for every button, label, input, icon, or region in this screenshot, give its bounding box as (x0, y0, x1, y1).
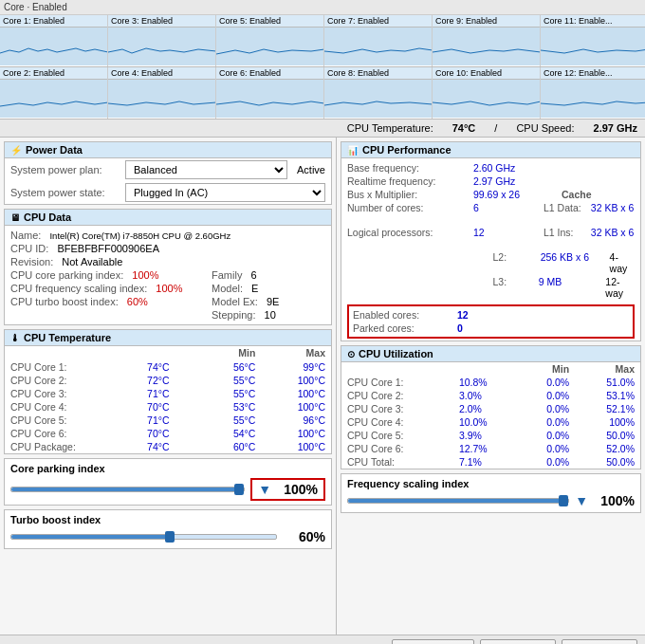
cpu-data-title: 🖥 CPU Data (5, 210, 331, 226)
cpu-id-row: CPU ID: BFEBFBFF000906EA (10, 242, 325, 255)
core8-graph-svg (324, 91, 432, 110)
cpu-util-section: ⊙ CPU Utilization Min Max CPU Core 1:10.… (341, 345, 641, 469)
freq-index-slider-track[interactable] (347, 498, 569, 504)
table-row: CPU Core 6:12.7%0.0%52.0% (341, 442, 640, 455)
table-row: CPU Core 1:74°C56°C99°C (5, 360, 331, 374)
core-parking-slider-thumb[interactable] (234, 484, 244, 495)
table-row: CPU Core 2:3.0%0.0%53.1% (341, 389, 640, 402)
freq-index-arrow-icon: ▼ (575, 493, 588, 508)
core1-top-canvas (0, 28, 107, 65)
core1-top-label: Core 1: Enabled (0, 15, 107, 28)
perf-l3-way: 12-way (605, 276, 635, 299)
table-row: CPU Core 3:2.0%0.0%52.1% (341, 402, 640, 415)
freq-index-slider-row: ▼ 100% (347, 493, 635, 508)
cpu-family-label: Family (212, 269, 242, 281)
core7-graph-svg (324, 39, 432, 58)
perf-l3-value: 9 MB (539, 276, 599, 299)
cpu-name-row: Name: Intel(R) Core(TM) i7-8850H CPU @ 2… (10, 229, 325, 242)
core2-graph-svg (0, 91, 107, 110)
core-graphs-row2: Core 2: Enabled Core 4: Enabled Core 6: … (0, 67, 645, 120)
cpu-icon: 🖥 (10, 212, 20, 223)
turbo-boost-slider-track[interactable] (10, 534, 277, 540)
cpu-family-value: 6 (250, 269, 256, 281)
core8-top-canvas (324, 80, 432, 118)
turbo-boost-section: Turbo boost index 60% (4, 509, 332, 549)
turbo-boost-slider-thumb[interactable] (165, 531, 175, 543)
core2-top-graph: Core 2: Enabled (0, 67, 108, 119)
cpu-model-row: Model: E (212, 282, 325, 295)
main-content: ⚡ Power Data System power plan: Balanced… (0, 138, 645, 635)
cpu-model-ex-value: 9E (267, 296, 279, 307)
temp-header: Min Max (5, 346, 331, 360)
perf-l1data-value: 32 KB x 6 (591, 202, 645, 225)
perf-bus-value: 99.69 x 26 (473, 189, 540, 200)
table-row: CPU Core 5:71°C55°C96°C (5, 414, 331, 427)
perf-l1data-label: L1 Data: (544, 202, 588, 225)
util-max-header: Max (575, 362, 640, 376)
core9-graph-svg (433, 39, 540, 58)
cpu-freq-row: CPU frequency scaling index: 100% (10, 282, 206, 295)
cpu-model-value: E (251, 283, 258, 294)
cpu-temp-value: 74°C (452, 122, 476, 134)
core4-top-canvas (108, 80, 215, 118)
table-row: CPU Package:74°C60°C100°C (5, 440, 331, 453)
cpu-speed-value: 2.97 GHz (594, 122, 637, 134)
perf-cores-l1-row: Number of cores: 6 L1 Data: 32 KB x 6 8-… (347, 201, 635, 226)
core-parking-slider-row: ▼ 100% (10, 478, 325, 501)
core1-top-graph: Core 1: Enabled (0, 15, 108, 66)
perf-l1ins-row: L1 Ins: 32 KB x 6 8-way (544, 226, 645, 250)
cpu-freq-label: CPU frequency scaling index: (10, 283, 147, 294)
core3-top-graph: Core 3: Enabled (108, 15, 216, 66)
core-parking-value-box: ▼ 100% (250, 478, 325, 501)
perf-l2-value: 256 KB x 6 (541, 251, 603, 274)
perf-l1ins-value: 32 KB x 6 (591, 227, 645, 249)
close-button[interactable]: ✕ Close (562, 639, 637, 645)
cpu-id-value: BFEBFBFF000906EA (57, 243, 159, 254)
table-row: CPU Core 4:10.0%0.0%100% (341, 415, 640, 429)
core8-top-graph: Core 8: Enabled (324, 67, 433, 119)
cpu-turbo-row: CPU turbo boost index: 60% (10, 295, 206, 308)
perf-l3-row-outer: L3: 9 MB 12-way (347, 275, 635, 300)
bottom-buttons: ↻ Refresh ✓ Apply ✕ Close (0, 635, 645, 644)
freq-index-slider-fill (348, 499, 568, 503)
perf-l3-row: L3: 9 MB 12-way (493, 275, 636, 300)
power-state-select[interactable]: Plugged In (AC) (125, 183, 325, 202)
refresh-button[interactable]: ↻ Refresh (392, 639, 474, 645)
perf-cores-row: Number of cores: 6 (347, 201, 540, 214)
perf-logical-row: Logical processors: 12 (347, 226, 540, 239)
cpu-model-label: Model: (212, 283, 243, 294)
perf-l2-row-outer: L2: 256 KB x 6 4-way (347, 250, 635, 275)
core12-top-graph: Core 12: Enable... (541, 67, 645, 119)
core-parking-slider-track[interactable] (10, 487, 245, 492)
enabled-cores-row: Enabled cores: 12 (353, 308, 629, 322)
core-parking-slider-fill (11, 488, 244, 491)
core7-top-canvas (324, 28, 432, 65)
cpu-turbo-value: 60% (127, 296, 148, 307)
core6-top-canvas (216, 80, 323, 118)
table-row: CPU Core 5:3.9%0.0%50.0% (341, 429, 640, 442)
cpu-turbo-label: CPU turbo boost index: (10, 296, 119, 307)
cpu-stepping-label: Stepping: (212, 309, 255, 321)
freq-index-title: Frequency scaling index (347, 478, 635, 489)
perf-l1data-row: L1 Data: 32 KB x 6 8-way (544, 201, 645, 226)
power-plan-label: System power plan: (10, 164, 120, 175)
core11-graph-svg (541, 39, 645, 58)
apply-button[interactable]: ✓ Apply (480, 639, 556, 645)
cpu-name-label: Name: (10, 230, 41, 241)
parked-cores-row: Parked cores: 0 (353, 322, 629, 335)
perf-realtime-freq-value: 2.97 GHz (473, 175, 540, 187)
top-bar: Core · Enabled (0, 0, 645, 15)
cpu-revision-row: Revision: Not Available (10, 255, 325, 268)
core5-graph-svg (216, 39, 323, 58)
table-row: CPU Core 3:71°C55°C100°C (5, 387, 331, 400)
perf-bus-label: Bus x Multiplier: (347, 189, 470, 200)
core-parking-arrow-icon: ▼ (258, 482, 271, 497)
temp-min-header: Min (201, 346, 261, 360)
perf-l3-label: L3: (493, 276, 536, 299)
parked-cores-value: 0 (457, 322, 463, 334)
core4-graph-svg (108, 91, 215, 110)
table-row: CPU Core 2:72°C55°C100°C (5, 374, 331, 387)
freq-index-slider-thumb[interactable] (559, 495, 568, 506)
power-plan-select[interactable]: Balanced (125, 160, 287, 179)
core11-top-canvas (541, 28, 645, 65)
